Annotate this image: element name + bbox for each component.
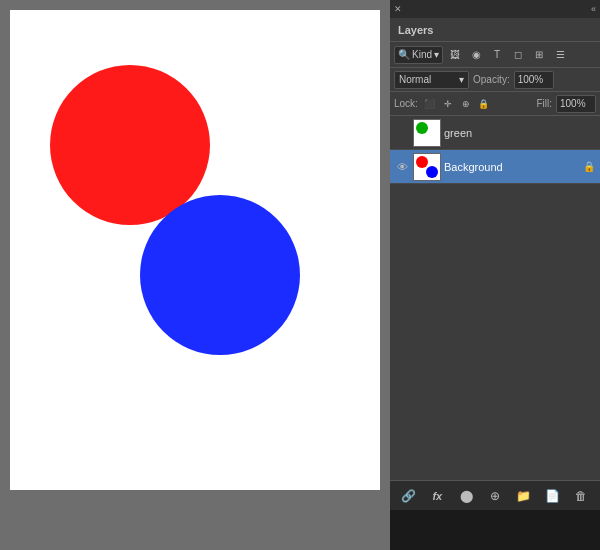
add-mask-button[interactable]: ⊕ — [485, 486, 505, 506]
layers-panel: ✕ « Layers 🔍 Kind ▾ 🖼 ◉ T ◻ ⊞ ☰ Normal ▾… — [390, 0, 600, 550]
lock-icons: ⬛ ✛ ⊕ 🔒 — [422, 96, 533, 112]
layer-lock-icon: 🔒 — [582, 160, 596, 174]
panel-search-row: 🔍 Kind ▾ 🖼 ◉ T ◻ ⊞ ☰ — [390, 42, 600, 68]
blue-circle — [140, 195, 300, 355]
lock-all-icon[interactable]: 🔒 — [476, 96, 492, 112]
layer-thumbnail-background — [413, 153, 441, 181]
opacity-value-text: 100% — [518, 74, 544, 85]
new-fill-adjustment-button[interactable]: ⬤ — [456, 486, 476, 506]
layer-list: green 👁 Background 🔒 — [390, 116, 600, 480]
visibility-icon-green[interactable] — [394, 125, 410, 141]
layer-name-background: Background — [444, 161, 579, 173]
panel-collapse-icon[interactable]: « — [591, 4, 596, 14]
kind-label: Kind — [412, 49, 432, 60]
red-circle — [50, 65, 210, 225]
fx-button[interactable]: fx — [427, 486, 447, 506]
blend-mode-label: Normal — [399, 74, 431, 85]
shape-filter-icon[interactable]: ◻ — [509, 46, 527, 64]
panel-topbar: ✕ « — [390, 0, 600, 18]
chevron-down-icon: ▾ — [434, 49, 439, 60]
panel-lock-row: Lock: ⬛ ✛ ⊕ 🔒 Fill: 100% — [390, 92, 600, 116]
canvas-document — [10, 10, 380, 490]
layer-thumbnail-green — [413, 119, 441, 147]
link-layers-button[interactable]: 🔗 — [398, 486, 418, 506]
search-icon: 🔍 — [398, 49, 410, 60]
lock-label: Lock: — [394, 98, 418, 109]
lock-pixels-icon[interactable]: ⬛ — [422, 96, 438, 112]
blend-chevron-icon: ▾ — [459, 74, 464, 85]
panel-title: Layers — [398, 24, 433, 36]
new-group-button[interactable]: 📁 — [514, 486, 534, 506]
delete-layer-button[interactable]: 🗑 — [571, 486, 591, 506]
blend-mode-dropdown[interactable]: Normal ▾ — [394, 71, 469, 89]
kind-dropdown[interactable]: 🔍 Kind ▾ — [394, 46, 443, 64]
adjustment-filter-icon[interactable]: ⊞ — [530, 46, 548, 64]
thumb-bg-inner — [414, 154, 440, 180]
panel-menu-icon[interactable]: ☰ — [551, 46, 569, 64]
opacity-label: Opacity: — [473, 74, 510, 85]
panel-blend-row: Normal ▾ Opacity: 100% — [390, 68, 600, 92]
panel-bottom-bar: 🔗 fx ⬤ ⊕ 📁 📄 🗑 — [390, 480, 600, 510]
image-filter-icon[interactable]: 🖼 — [446, 46, 464, 64]
circle-filter-icon[interactable]: ◉ — [467, 46, 485, 64]
thumb-red — [416, 156, 428, 168]
thumb-blue — [426, 166, 438, 178]
canvas-area — [0, 0, 390, 550]
lock-artboard-icon[interactable]: ⊕ — [458, 96, 474, 112]
bottom-strip — [390, 510, 600, 550]
layer-row-background[interactable]: 👁 Background 🔒 — [390, 150, 600, 184]
visibility-icon-background[interactable]: 👁 — [394, 159, 410, 175]
text-filter-icon[interactable]: T — [488, 46, 506, 64]
fill-value-text: 100% — [560, 98, 586, 109]
panel-close-icon[interactable]: ✕ — [394, 4, 402, 14]
layer-row-green[interactable]: green — [390, 116, 600, 150]
opacity-input[interactable]: 100% — [514, 71, 554, 89]
new-layer-button[interactable]: 📄 — [543, 486, 563, 506]
panel-title-bar: Layers — [390, 18, 600, 42]
lock-move-icon[interactable]: ✛ — [440, 96, 456, 112]
fill-input[interactable]: 100% — [556, 95, 596, 113]
fill-label: Fill: — [536, 98, 552, 109]
layer-name-green: green — [444, 127, 596, 139]
